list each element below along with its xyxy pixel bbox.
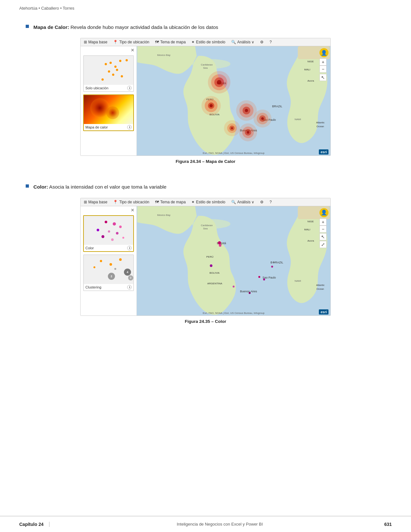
cursor-button[interactable]: ↖ [319,74,327,81]
svg-point-63 [210,264,213,267]
section1-desc: Revela donde hubo mayor actividad dada l… [70,24,218,30]
map1-toolbar: ⊞ Mapa base 📍 Tipo de ubicación 🗺 Tema d… [81,38,330,46]
zoom-out-button[interactable]: − [319,66,327,73]
toolbar-mapa-base[interactable]: ⊞ Mapa base [84,40,107,44]
svg-text:Mexico Bay: Mexico Bay [157,214,171,217]
solo-ubicacion-label: Solo ubicación ℹ [84,85,133,91]
svg-text:Ocean: Ocean [317,288,324,290]
svg-text:Caribbean: Caribbean [201,63,213,66]
info-icon4[interactable]: ℹ [127,285,132,289]
svg-text:Sea: Sea [203,66,208,69]
map1-sidebar: ✕ [81,46,137,155]
map2-toolbar: ⊞ Mapa base 📍 Tipo de ubicación 🗺 Tema d… [81,198,330,206]
toolbar-estilo-simbolo[interactable]: ✦ Estilo de símbolo [191,40,225,44]
toolbar2-help[interactable]: ? [269,200,272,204]
info-icon[interactable]: ℹ [127,86,132,90]
breadcrumb: Atehortúa • Caballero • Torres [19,6,74,11]
color-preview-img [84,216,133,245]
svg-text:Buenos Aires: Buenos Aires [240,290,258,293]
heat-preview-img [84,95,133,124]
section2-desc: Asocia la intensidad con el valor que to… [49,184,166,190]
section2-text: Color: Asocia la intensidad con el valor… [33,183,166,191]
grid-icon2: ⊞ [84,200,87,204]
sidebar-panel-mapa-calor[interactable]: Mapa de calor ℹ [83,94,134,131]
svg-point-21 [217,80,222,84]
user-avatar[interactable]: 👤 [319,48,328,57]
figure1-caption: Figura 24.34 – Mapa de Calor [26,159,385,164]
cursor-button2[interactable]: ↖ [319,233,327,240]
user-avatar2[interactable]: 👤 [319,208,328,217]
grid-icon: ⊞ [84,40,87,44]
toolbar-tema-mapa[interactable]: 🗺 Tema de mapa [155,40,186,44]
zoom-out-button2[interactable]: − [319,226,327,233]
map2-sidebar: ✕ [81,206,137,315]
esri-logo2: esri [319,309,328,315]
footer: Capítulo 24 Inteligencia de Negocios con… [0,516,411,532]
map1-controls: 👤 + − ↖ [319,48,328,81]
sidebar-panel-solo-ubicacion[interactable]: Solo ubicación ℹ [83,55,134,92]
gear-icon2: ⚙ [260,200,264,204]
footer-page: 631 [384,522,392,527]
info-icon2[interactable]: ℹ [127,125,132,129]
figure2-caption: Figura 24.35 – Color [26,319,385,324]
sidebar-panel-clustering[interactable]: 2 4 2 Clustering ℹ [83,254,134,291]
pin-icon: 📍 [113,40,118,44]
sidebar-panel-color[interactable]: Color ℹ [83,215,134,252]
map1-svg: Bogotá BRAZIL PERÚ BOLIVIA Sao Paulo Bue… [137,46,330,155]
help-icon2: ? [269,200,272,204]
toolbar2-estilo-simbolo[interactable]: ✦ Estilo de símbolo [191,200,225,204]
toolbar2-tema-mapa[interactable]: 🗺 Tema de mapa [155,200,186,204]
color-preview [84,216,133,245]
section1-bullet: Mapa de Calor: Revela donde hubo mayor a… [26,23,385,31]
clustering-label: Clustering ℹ [84,284,133,290]
svg-text:PERÚ: PERÚ [206,255,214,258]
svg-text:Ocean: Ocean [317,125,324,128]
toolbar-analisis[interactable]: 🔍 Análisis ∨ [231,40,255,44]
header: Atehortúa • Caballero • Torres [0,0,411,14]
svg-text:Mexico Bay: Mexico Bay [157,54,171,57]
svg-text:Sea: Sea [203,227,208,230]
svg-point-64 [263,279,265,280]
map2-body: ✕ [81,206,330,315]
svg-text:NIGE: NIGE [308,220,314,223]
map2-controls: 👤 + − ↖ ⤢ [319,208,328,248]
pin-icon2: 📍 [113,200,118,204]
svg-point-29 [245,109,248,112]
toolbar-settings[interactable]: ⚙ [260,40,264,44]
svg-point-37 [247,131,249,134]
sidebar-close[interactable]: ✕ [131,48,135,53]
map2-svg: Bogotá B❉RAZIL PERÚ BOLIVIA Sao Paulo Bu… [137,206,330,315]
svg-text:NAMI: NAMI [295,279,301,282]
main-content: Mapa de Calor: Revela donde hubo mayor a… [0,14,411,346]
toolbar2-analisis[interactable]: 🔍 Análisis ∨ [231,200,255,204]
zoom-in-button2[interactable]: + [319,218,327,226]
expand-button2[interactable]: ⤢ [319,241,327,248]
sidebar2-close[interactable]: ✕ [131,208,135,213]
bullet-icon [26,25,29,28]
zoom-in-button[interactable]: + [319,58,327,66]
symbol-icon2: ✦ [191,200,195,204]
mapa-calor-preview [84,95,133,124]
svg-point-61 [218,241,221,244]
analysis-icon: 🔍 [231,40,236,44]
toolbar2-tipo-ubicacion[interactable]: 📍 Tipo de ubicación [113,200,149,204]
clustering-preview-img: 2 4 2 [84,255,133,284]
symbol-icon: ✦ [191,40,195,44]
cluster-preview: 2 4 2 [84,255,133,284]
svg-text:B❉RAZIL: B❉RAZIL [271,261,284,264]
svg-text:Accra: Accra [308,239,314,242]
svg-text:BOLIVIA: BOLIVIA [210,271,220,274]
svg-text:Atlantic: Atlantic [316,284,325,287]
toolbar2-settings[interactable]: ⚙ [260,200,264,204]
toolbar-help[interactable]: ? [269,40,272,44]
map-icon: 🗺 [155,40,159,44]
svg-text:NIGE: NIGE [308,60,314,63]
toolbar-tipo-ubicacion[interactable]: 📍 Tipo de ubicación [113,40,149,44]
map-icon2: 🗺 [155,200,159,204]
mapa-calor-label: Mapa de calor ℹ [84,124,133,130]
map1-body: ✕ [81,46,330,155]
scatter-preview [84,56,133,85]
info-icon3[interactable]: ℹ [127,246,132,250]
help-icon: ? [269,40,272,44]
toolbar2-mapa-base[interactable]: ⊞ Mapa base [84,200,107,204]
